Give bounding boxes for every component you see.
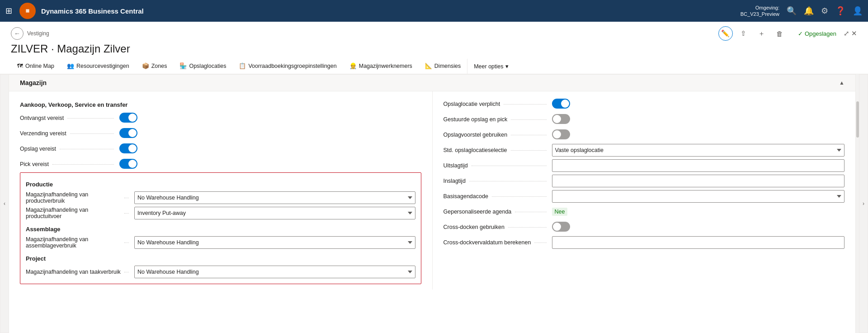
subsection-aankoop-label: Aankoop, Verkoop, Service en transfer	[20, 100, 421, 109]
ontvangst-value	[119, 113, 421, 124]
taakverbruik-select[interactable]: No Warehouse Handling Inventory Pick/Put…	[134, 266, 415, 278]
right-nav-chevron[interactable]: ›	[859, 74, 868, 333]
cross-docken-label: Cross-docken gebruiken	[443, 224, 552, 230]
basisagendacode-label: Basisagendacode	[443, 193, 552, 200]
tab-voorraadboekingsgroep[interactable]: 📋 Voorraadboekingsgroepinstellingen	[232, 59, 343, 74]
productuitvoer-value: No Warehouse Handling Inventory Put-away…	[134, 207, 415, 219]
page-header: ← Vestiging ✏️ ⇧ ＋ 🗑 ✓ Opgeslagen ⤢ ✕ ZI…	[0, 22, 868, 74]
user-avatar[interactable]: 👤	[853, 6, 863, 16]
help-icon[interactable]: ❓	[835, 6, 845, 16]
field-row-cross-dockvervaldatum: Cross-dockvervaldatum berekenen	[443, 235, 845, 250]
tab-zones[interactable]: 📦 Zones	[136, 59, 174, 74]
scrollbar-thumb[interactable]	[856, 101, 859, 138]
tab-dimensies[interactable]: 📐 Dimensies	[419, 59, 467, 74]
gestuurde-opslag-value	[552, 114, 845, 125]
saved-indicator: ✓ Opgeslagen	[798, 30, 836, 37]
tab-meer-opties[interactable]: Meer opties ▾	[467, 59, 514, 74]
highlighted-section-box: Productie Magazijnafhandeling van produc…	[20, 172, 421, 284]
tab-zones-label: Zones	[151, 63, 167, 69]
field-row-cross-docken: Cross-docken gebruiken	[443, 220, 845, 234]
gepersonaliseerde-agenda-highlight: Nee	[552, 208, 568, 216]
subsection-productie-label: Productie	[26, 180, 415, 189]
left-column: Aankoop, Verkoop, Service en transfer On…	[9, 91, 432, 290]
tab-voorraad-label: Voorraadboekingsgroepinstellingen	[248, 63, 336, 69]
taakverbruik-value: No Warehouse Handling Inventory Pick/Put…	[134, 266, 415, 278]
top-navigation: ⊞ Dynamics 365 Business Central Omgeving…	[0, 0, 868, 22]
notification-icon[interactable]: 🔔	[804, 6, 814, 16]
opslag-label: Opslag vereist	[20, 146, 119, 152]
settings-icon[interactable]: ⚙	[821, 6, 828, 16]
breadcrumb-row: ← Vestiging ✏️ ⇧ ＋ 🗑 ✓ Opgeslagen ⤢ ✕	[11, 26, 857, 41]
edit-button[interactable]: ✏️	[718, 26, 733, 41]
pick-value	[119, 159, 421, 170]
section-header: Magazijn ▲	[9, 74, 855, 91]
scrollbar[interactable]	[855, 74, 859, 333]
tab-magazijn-label: Magazijnwerknemers	[359, 63, 412, 69]
back-button[interactable]: ←	[11, 27, 24, 40]
env-label: Omgeving:	[741, 5, 779, 11]
expand-buttons[interactable]: ⤢ ✕	[844, 29, 857, 38]
verzending-toggle[interactable]	[119, 128, 137, 138]
assemblageverbruik-select[interactable]: No Warehouse Handling Inventory Pick/Put…	[134, 236, 415, 249]
page-container: ← Vestiging ✏️ ⇧ ＋ 🗑 ✓ Opgeslagen ⤢ ✕ ZI…	[0, 22, 868, 333]
field-row-taakverbruik: Magazijnafhandeling van taakverbruik No …	[26, 265, 415, 279]
basisagendacode-select[interactable]	[552, 190, 845, 203]
pick-toggle[interactable]	[119, 159, 137, 169]
field-row-pick: Pick vereist	[20, 157, 421, 171]
field-row-inslagtijd: Inslagtijd	[443, 174, 845, 188]
main-content: ‹ Magazijn ▲ Aankoop, Verkoop, Service e…	[0, 74, 868, 333]
field-row-gepersonaliseerde-agenda: Gepersonaliseerde agenda Nee	[443, 205, 845, 219]
uitslagtijd-input[interactable]	[552, 159, 845, 172]
opslagvoorstel-label: Opslagvoorstel gebruiken	[443, 132, 552, 138]
productuitvoer-select[interactable]: No Warehouse Handling Inventory Put-away…	[134, 207, 415, 219]
basisagendacode-value	[552, 190, 845, 203]
cross-dockvervaldatum-label: Cross-dockvervaldatum berekenen	[443, 239, 552, 246]
gepersonaliseerde-agenda-label: Gepersonaliseerde agenda	[443, 209, 552, 215]
field-row-opslagvoorstel: Opslagvoorstel gebruiken	[443, 128, 845, 142]
left-nav-chevron[interactable]: ‹	[0, 74, 9, 333]
verzending-value	[119, 128, 421, 139]
search-icon[interactable]: 🔍	[787, 6, 797, 16]
inslagtijd-label: Inslagtijd	[443, 178, 552, 184]
tab-online-map[interactable]: 🗺 Online Map	[11, 59, 61, 74]
check-icon: ✓	[798, 30, 803, 37]
page-title-row: ZILVER · Magazijn Zilver	[11, 43, 857, 55]
std-opslaglocatie-value: Vaste opslaglocatie Geen Laatste opslagl…	[552, 144, 845, 157]
tab-resourcevestigingen[interactable]: 👥 Resourcevestigingen	[61, 59, 136, 74]
tab-opslaglocaties-label: Opslaglocaties	[189, 63, 226, 69]
taakverbruik-label: Magazijnafhandeling van taakverbruik	[26, 269, 134, 275]
tab-opslaglocaties[interactable]: 🏪 Opslaglocaties	[173, 59, 232, 74]
field-row-assemblageverbruik: Magazijnafhandeling van assemblageverbru…	[26, 235, 415, 250]
cross-dockvervaldatum-input[interactable]	[552, 236, 845, 249]
share-button[interactable]: ⇧	[736, 26, 751, 41]
inslagtijd-input[interactable]	[552, 175, 845, 187]
magazijn-icon: 👷	[349, 62, 357, 69]
section-collapse-icon[interactable]: ▲	[839, 80, 844, 86]
expand-icon[interactable]: ⤢	[844, 29, 849, 38]
field-row-ontvangst: Ontvangst vereist	[20, 111, 421, 125]
opslaglocaties-icon: 🏪	[179, 62, 187, 69]
add-button[interactable]: ＋	[755, 26, 769, 41]
tabs-row: 🗺 Online Map 👥 Resourcevestigingen 📦 Zon…	[11, 59, 857, 74]
collapse-icon[interactable]: ✕	[851, 29, 857, 38]
pick-label: Pick vereist	[20, 161, 119, 167]
tab-resourcevestigingen-label: Resourcevestigingen	[76, 63, 129, 69]
verzending-label: Verzending vereist	[20, 130, 119, 137]
productverbruik-value: No Warehouse Handling Inventory Pick/Put…	[134, 191, 415, 204]
uitslagtijd-label: Uitslagtijd	[443, 162, 552, 169]
ontvangst-toggle[interactable]	[119, 113, 137, 123]
opslagvoorstel-toggle[interactable]	[552, 129, 570, 139]
online-map-icon: 🗺	[17, 62, 23, 69]
opslaglocatie-verplicht-toggle[interactable]	[552, 99, 570, 109]
cross-docken-toggle[interactable]	[552, 222, 570, 232]
breadcrumb: Vestiging	[27, 30, 49, 37]
delete-button[interactable]: 🗑	[773, 26, 787, 41]
opslag-toggle[interactable]	[119, 143, 137, 153]
gestuurde-opslag-toggle[interactable]	[552, 114, 570, 124]
grid-icon[interactable]: ⊞	[5, 6, 12, 16]
productuitvoer-label: Magazijnafhandeling van productuitvoer	[26, 207, 134, 219]
productverbruik-select[interactable]: No Warehouse Handling Inventory Pick/Put…	[134, 191, 415, 204]
tab-magazijnwerknemers[interactable]: 👷 Magazijnwerknemers	[343, 59, 419, 74]
field-row-opslag: Opslag vereist	[20, 142, 421, 156]
std-opslaglocatie-select[interactable]: Vaste opslaglocatie Geen Laatste opslagl…	[552, 144, 845, 157]
